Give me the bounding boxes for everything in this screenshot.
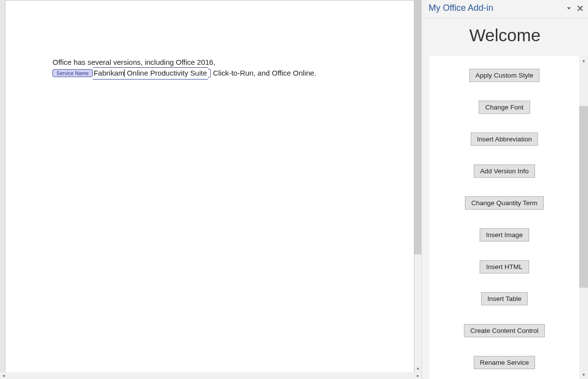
insert-table-button[interactable]: Insert Table xyxy=(481,292,528,305)
addin-content: Apply Custom Style Change Font Insert Ab… xyxy=(430,56,579,379)
addin-scroll-up-icon[interactable]: ▴ xyxy=(579,56,588,65)
addin-scroll-down-icon[interactable]: ▾ xyxy=(579,370,588,379)
addin-pane: My Office Add-in Welcome Apply Custom St… xyxy=(421,0,588,379)
content-control-tag[interactable]: Service Name xyxy=(52,69,93,77)
content-control-value-before: Fabrikam xyxy=(94,69,125,77)
welcome-text: Welcome xyxy=(422,26,588,45)
change-quantity-term-button[interactable]: Change Quantity Term xyxy=(465,196,544,210)
addin-body: Welcome Apply Custom Style Change Font I… xyxy=(422,19,588,379)
close-icon[interactable] xyxy=(577,5,583,11)
doc-text-after: Click-to-Run, and Office Online. xyxy=(211,69,316,77)
welcome-header: Welcome xyxy=(422,19,588,56)
vertical-scrollbar-thumb[interactable] xyxy=(414,0,421,254)
scroll-down-icon[interactable]: ▾ xyxy=(414,365,421,372)
horizontal-scrollbar[interactable]: ◂ ▸ xyxy=(0,372,421,379)
content-control-end-handle[interactable] xyxy=(208,69,211,78)
dropdown-icon[interactable] xyxy=(566,6,571,11)
create-content-control-button[interactable]: Create Content Control xyxy=(464,324,545,337)
add-version-info-button[interactable]: Add Version Info xyxy=(474,164,535,178)
apply-custom-style-button[interactable]: Apply Custom Style xyxy=(469,69,540,82)
scroll-left-icon[interactable]: ◂ xyxy=(0,372,7,379)
document-area: Office has several versions, including O… xyxy=(0,0,421,379)
addin-vertical-scrollbar[interactable]: ▴ ▾ xyxy=(579,56,588,379)
insert-abbreviation-button[interactable]: Insert Abbreviation xyxy=(471,133,538,146)
content-control-body[interactable]: Fabrikam Online Productivity Suite xyxy=(93,67,208,79)
rename-service-button[interactable]: Rename Service xyxy=(474,356,536,369)
scroll-right-icon[interactable]: ▸ xyxy=(414,372,421,379)
addin-title: My Office Add-in xyxy=(429,3,493,13)
vertical-scrollbar[interactable]: ▾ xyxy=(414,0,421,372)
insert-image-button[interactable]: Insert Image xyxy=(480,228,529,242)
text-cursor xyxy=(124,69,125,77)
addin-scrollbar-thumb[interactable] xyxy=(579,106,588,288)
document-page[interactable]: Office has several versions, including O… xyxy=(5,0,414,374)
content-control[interactable]: Service NameFabrikam Online Productivity… xyxy=(52,67,211,79)
doc-text-before: Office has several versions, including O… xyxy=(52,58,215,66)
content-control-value-after: Online Productivity Suite xyxy=(125,69,207,77)
addin-header: My Office Add-in xyxy=(422,0,588,19)
document-body[interactable]: Office has several versions, including O… xyxy=(52,57,367,80)
insert-html-button[interactable]: Insert HTML xyxy=(480,260,529,273)
addin-header-controls xyxy=(566,5,583,11)
change-font-button[interactable]: Change Font xyxy=(479,101,530,114)
addin-content-wrapper: Apply Custom Style Change Font Insert Ab… xyxy=(422,56,588,379)
